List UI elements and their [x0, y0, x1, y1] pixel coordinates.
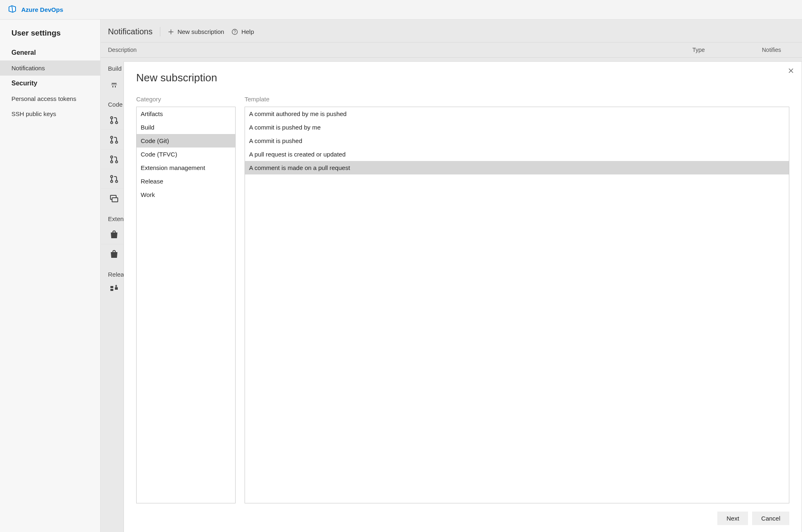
- category-item[interactable]: Code (Git): [137, 134, 235, 148]
- dialog-title: New subscription: [136, 72, 789, 84]
- svg-point-2: [111, 116, 113, 118]
- svg-text:?: ?: [234, 30, 236, 34]
- new-subscription-label: New subscription: [177, 28, 224, 35]
- column-type: Type: [692, 47, 762, 53]
- close-button[interactable]: [788, 67, 794, 75]
- svg-point-5: [111, 136, 113, 138]
- svg-rect-16: [110, 286, 113, 288]
- page-title: Notifications: [108, 27, 160, 36]
- svg-point-12: [111, 180, 113, 182]
- top-header: Azure DevOps: [0, 0, 802, 20]
- template-label: Template: [245, 96, 789, 103]
- svg-point-10: [116, 161, 118, 163]
- close-icon: [788, 67, 794, 74]
- category-item[interactable]: Work: [137, 188, 235, 201]
- comment-icon: [108, 194, 120, 203]
- cancel-button[interactable]: Cancel: [752, 512, 789, 525]
- sidebar-item[interactable]: Notifications: [0, 60, 100, 76]
- build-icon: [108, 79, 120, 89]
- template-item[interactable]: A commit is pushed: [245, 134, 789, 148]
- plus-icon: [168, 29, 174, 35]
- help-button[interactable]: ? Help: [231, 28, 254, 35]
- template-item[interactable]: A commit is pushed by me: [245, 121, 789, 134]
- sidebar-item[interactable]: SSH public keys: [0, 106, 100, 121]
- sidebar: User settings GeneralNotificationsSecuri…: [0, 20, 101, 532]
- table-header: Description Type Notifies: [101, 42, 802, 58]
- next-button[interactable]: Next: [717, 512, 748, 525]
- product-name[interactable]: Azure DevOps: [21, 6, 63, 13]
- svg-point-11: [111, 175, 113, 177]
- svg-rect-15: [112, 198, 118, 202]
- pullrequest-icon: [108, 115, 120, 125]
- release-icon: [108, 284, 120, 293]
- bag-icon: [108, 249, 120, 259]
- bag-icon: [108, 230, 120, 239]
- template-item[interactable]: A commit authored by me is pushed: [245, 107, 789, 121]
- sidebar-title: User settings: [0, 29, 100, 45]
- sidebar-section-label: Security: [0, 76, 100, 91]
- category-label: Category: [136, 96, 236, 103]
- svg-point-6: [111, 141, 113, 143]
- svg-point-13: [116, 180, 118, 182]
- main-content: Notifications New subscription ? Help De…: [101, 20, 802, 532]
- new-subscription-dialog: New subscription Category ArtifactsBuild…: [124, 61, 802, 532]
- category-item[interactable]: Code (TFVC): [137, 148, 235, 161]
- svg-point-7: [116, 141, 118, 143]
- sidebar-section-label: General: [0, 45, 100, 60]
- svg-point-3: [111, 121, 113, 123]
- template-listbox[interactable]: A commit authored by me is pushedA commi…: [245, 107, 789, 503]
- dialog-footer: Next Cancel: [136, 503, 789, 525]
- svg-rect-18: [115, 287, 118, 290]
- svg-point-9: [111, 161, 113, 163]
- svg-point-8: [111, 156, 113, 158]
- template-item[interactable]: A comment is made on a pull request: [245, 161, 789, 174]
- sidebar-item[interactable]: Personal access tokens: [0, 91, 100, 106]
- svg-point-4: [116, 121, 118, 123]
- pullrequest-icon: [108, 154, 120, 164]
- category-listbox[interactable]: ArtifactsBuildCode (Git)Code (TFVC)Exten…: [136, 107, 236, 503]
- category-item[interactable]: Extension management: [137, 161, 235, 174]
- pullrequest-icon: [108, 174, 120, 184]
- category-item[interactable]: Artifacts: [137, 107, 235, 121]
- new-subscription-button[interactable]: New subscription: [168, 28, 224, 35]
- help-label: Help: [241, 28, 254, 35]
- main-header: Notifications New subscription ? Help: [101, 20, 802, 42]
- help-icon: ?: [231, 29, 238, 35]
- category-item[interactable]: Build: [137, 121, 235, 134]
- column-notifies: Notifies: [762, 47, 795, 53]
- column-description: Description: [108, 47, 692, 53]
- category-item[interactable]: Release: [137, 174, 235, 188]
- template-item[interactable]: A pull request is created or updated: [245, 148, 789, 161]
- svg-rect-17: [110, 289, 113, 291]
- pullrequest-icon: [108, 135, 120, 145]
- azure-devops-logo-icon: [7, 4, 17, 15]
